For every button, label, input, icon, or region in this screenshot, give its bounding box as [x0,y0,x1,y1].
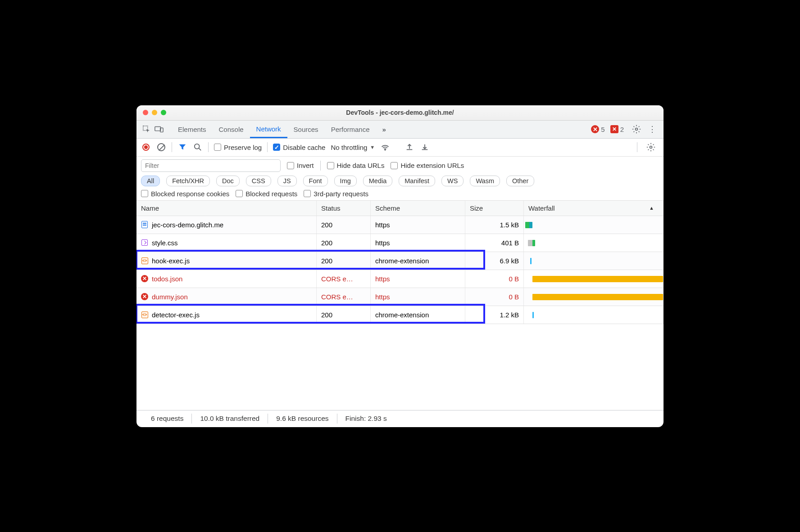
issue-count-badge[interactable]: ✕ 2 [610,125,624,133]
checkbox-icon [304,190,311,197]
table-row[interactable]: style.css200https401 B [136,234,664,252]
column-status[interactable]: Status [317,201,371,216]
request-name: todos.json [152,275,182,283]
blocked-requests-checkbox[interactable]: Blocked requests [236,190,297,198]
request-scheme: chrome-extension [371,252,465,270]
toolbar-divider [172,142,172,152]
table-row[interactable]: ✕dummy.jsonCORS e…https0 B [136,288,664,306]
request-scheme: https [371,216,465,234]
blocked-cookies-label: Blocked response cookies [151,190,229,198]
blocked-requests-label: Blocked requests [245,190,297,198]
hide-data-urls-checkbox[interactable]: Hide data URLs [327,162,385,169]
disable-cache-label: Disable cache [283,144,325,151]
request-size: 1.5 kB [465,216,524,234]
window-titlebar: DevTools - jec-cors-demo.glitch.me/ [136,105,664,121]
record-button[interactable] [141,142,151,152]
search-icon[interactable] [193,142,203,152]
type-filter-js[interactable]: JS [277,176,297,186]
table-row[interactable]: <>hook-exec.js200chrome-extension6.9 kB [136,252,664,270]
column-size[interactable]: Size [465,201,524,216]
issue-count: 2 [620,126,624,133]
error-icon: ✕ [141,275,148,282]
tab-console[interactable]: Console [213,121,250,138]
error-count-badge[interactable]: ✕ 5 [591,125,605,133]
svg-point-7 [650,146,652,149]
network-table: Name Status Scheme Size Waterfall ▲ jec-… [136,201,664,410]
network-settings-icon[interactable] [646,143,655,152]
request-size: 6.9 kB [465,252,524,270]
type-filter-css[interactable]: CSS [246,176,271,186]
column-name[interactable]: Name [136,201,317,216]
toolbar-divider [320,161,321,171]
device-toolbar-icon[interactable] [153,126,165,133]
type-filter-wasm[interactable]: Wasm [470,176,500,186]
request-scheme: chrome-extension [371,306,465,324]
request-status: CORS e… [317,288,371,306]
type-filter-ws[interactable]: WS [441,176,464,186]
third-party-label: 3rd-party requests [314,190,368,198]
type-filter-doc[interactable]: Doc [216,176,240,186]
import-har-icon[interactable] [420,142,430,152]
checkbox-icon [214,144,221,151]
request-status: 200 [317,216,371,234]
preserve-log-checkbox[interactable]: Preserve log [214,144,262,151]
more-options-icon[interactable]: ⋮ [648,124,656,134]
table-row[interactable]: ✕todos.jsonCORS e…https0 B [136,270,664,288]
error-circle-icon: ✕ [591,125,599,133]
type-filter-fetchxhr[interactable]: Fetch/XHR [166,176,210,186]
script-icon: <> [141,311,148,318]
request-size: 0 B [465,288,524,306]
type-filter-img[interactable]: Img [334,176,357,186]
network-conditions-icon[interactable] [380,142,390,152]
panel-tabs: Elements Console Network Sources Perform… [136,121,664,139]
table-row[interactable]: jec-cors-demo.glitch.me200https1.5 kB [136,216,664,234]
tab-performance[interactable]: Performance [325,121,376,138]
checkbox-checked-icon [273,144,280,151]
request-scheme: https [371,288,465,306]
finish-time: Finish: 2.93 s [337,415,395,423]
export-har-icon[interactable] [405,142,414,152]
filter-bar: Invert Hide data URLs Hide extension URL… [136,157,664,201]
settings-icon[interactable] [632,125,641,134]
blocked-cookies-checkbox[interactable]: Blocked response cookies [141,190,229,198]
tab-network[interactable]: Network [250,121,287,138]
inspect-icon[interactable] [140,125,153,133]
request-status: 200 [317,234,371,252]
svg-point-4 [195,144,200,149]
throttling-select[interactable]: No throttling ▼ [331,144,375,151]
error-icon: ✕ [141,293,148,300]
sort-arrow-icon: ▲ [649,205,654,211]
column-waterfall[interactable]: Waterfall ▲ [524,201,664,216]
table-header[interactable]: Name Status Scheme Size Waterfall ▲ [136,201,664,216]
checkbox-icon [391,162,398,169]
invert-checkbox[interactable]: Invert [287,162,314,169]
request-waterfall [524,306,664,324]
disable-cache-checkbox[interactable]: Disable cache [273,144,325,151]
hide-extension-urls-checkbox[interactable]: Hide extension URLs [391,162,464,169]
request-size: 1.2 kB [465,306,524,324]
table-row[interactable]: <>detector-exec.js200chrome-extension1.2… [136,306,664,324]
type-filter-manifest[interactable]: Manifest [399,176,435,186]
type-filter-font[interactable]: Font [303,176,328,186]
stylesheet-icon [141,239,148,246]
type-filter-other[interactable]: Other [506,176,534,186]
hide-ext-label: Hide extension URLs [400,162,464,169]
window-title: DevTools - jec-cors-demo.glitch.me/ [136,109,664,116]
request-type-filters: AllFetch/XHRDocCSSJSFontImgMediaManifest… [141,176,659,186]
column-scheme[interactable]: Scheme [371,201,465,216]
tab-sources[interactable]: Sources [287,121,325,138]
svg-rect-1 [155,127,161,131]
invert-label: Invert [297,162,314,169]
svg-point-6 [385,149,386,150]
network-toolbar: Preserve log Disable cache No throttling… [136,139,664,157]
third-party-checkbox[interactable]: 3rd-party requests [304,190,368,198]
type-filter-media[interactable]: Media [363,176,393,186]
requests-count: 6 requests [143,415,191,423]
filter-toggle-icon[interactable] [177,142,187,152]
clear-button[interactable] [156,142,166,152]
tab-elements[interactable]: Elements [172,121,213,138]
transferred-size: 10.0 kB transferred [192,415,268,423]
tabs-overflow-button[interactable]: » [376,121,392,138]
filter-input[interactable] [141,159,281,172]
type-filter-all[interactable]: All [141,176,160,186]
